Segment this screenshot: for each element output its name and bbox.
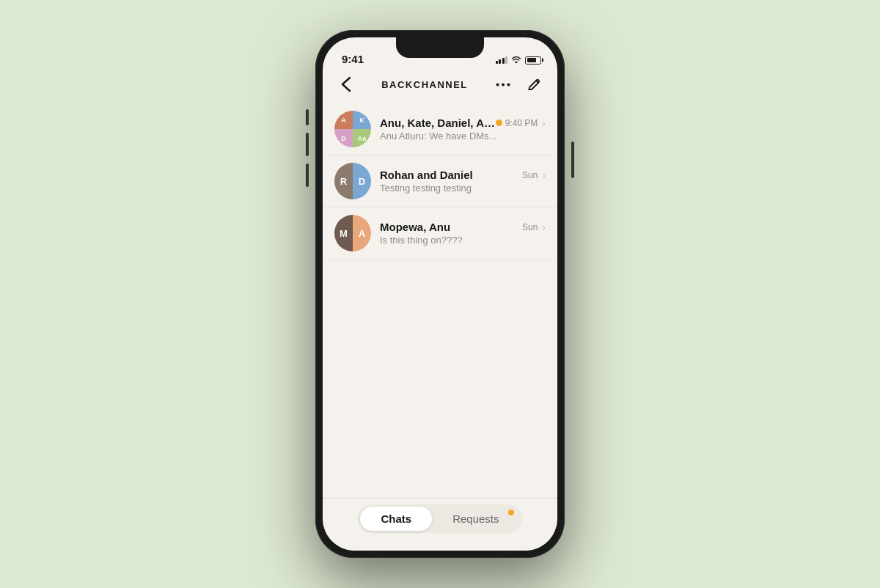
group-avatar: A K D Aa [334, 111, 371, 147]
chat-name: Rohan and Daniel [380, 169, 473, 181]
battery-icon [525, 56, 541, 65]
chat-name: Anu, Kate, Daniel, Aaron [380, 117, 496, 129]
chat-time: Sun [522, 170, 538, 180]
chat-content: Mopewa, Anu Sun › Is this thing on???? [380, 221, 546, 246]
svg-point-0 [496, 83, 499, 86]
unread-dot [496, 120, 502, 126]
chat-name: Mopewa, Anu [380, 221, 450, 233]
chat-time: Sun [522, 222, 538, 232]
chat-preview: Is this thing on???? [380, 235, 546, 246]
chat-preview: Testing testing testing [380, 183, 546, 194]
chat-preview: Anu Atluru: We have DMs... [380, 131, 546, 142]
chevron-right-icon: › [542, 169, 546, 181]
tab-bar: Chats Requests [323, 498, 557, 551]
phone-screen: 9:41 [323, 37, 557, 551]
chat-list: A K D Aa Anu, Kate, Daniel, Aaron 9:40 P… [323, 103, 557, 498]
svg-point-2 [507, 83, 510, 86]
tab-requests-label: Requests [452, 512, 499, 525]
signal-icon [496, 56, 508, 64]
more-button[interactable] [491, 73, 515, 96]
phone-frame: 9:41 [315, 30, 565, 558]
notch [396, 37, 484, 58]
status-icons [496, 55, 542, 65]
wifi-icon [511, 55, 521, 65]
tab-requests[interactable]: Requests [432, 507, 519, 531]
chevron-right-icon: › [542, 221, 546, 233]
nav-bar: BACKCHANNEL [323, 70, 557, 103]
requests-dot [508, 510, 514, 515]
chat-meta: Sun › [522, 221, 546, 233]
chevron-right-icon: › [542, 117, 546, 129]
status-time: 9:41 [339, 53, 364, 65]
tab-chats-label: Chats [381, 512, 411, 525]
duo-avatar: M A [334, 215, 371, 251]
chat-meta: Sun › [522, 169, 546, 181]
duo-avatar: R D [334, 163, 371, 199]
chat-content: Rohan and Daniel Sun › Testing testing t… [380, 169, 546, 194]
tab-chats[interactable]: Chats [360, 507, 432, 531]
back-button[interactable] [334, 73, 358, 96]
svg-point-1 [502, 83, 505, 86]
nav-actions [491, 73, 546, 96]
chat-content: Anu, Kate, Daniel, Aaron 9:40 PM › Anu A… [380, 117, 546, 142]
chat-item[interactable]: M A Mopewa, Anu Sun › Is this thing [323, 207, 557, 260]
chat-item[interactable]: R D Rohan and Daniel Sun › Testing [323, 155, 557, 207]
chat-meta: 9:40 PM › [496, 117, 546, 129]
chat-item[interactable]: A K D Aa Anu, Kate, Daniel, Aaron 9:40 P… [323, 103, 557, 155]
compose-button[interactable] [522, 73, 546, 96]
chat-time: 9:40 PM [505, 118, 538, 128]
nav-title: BACKCHANNEL [381, 79, 468, 90]
